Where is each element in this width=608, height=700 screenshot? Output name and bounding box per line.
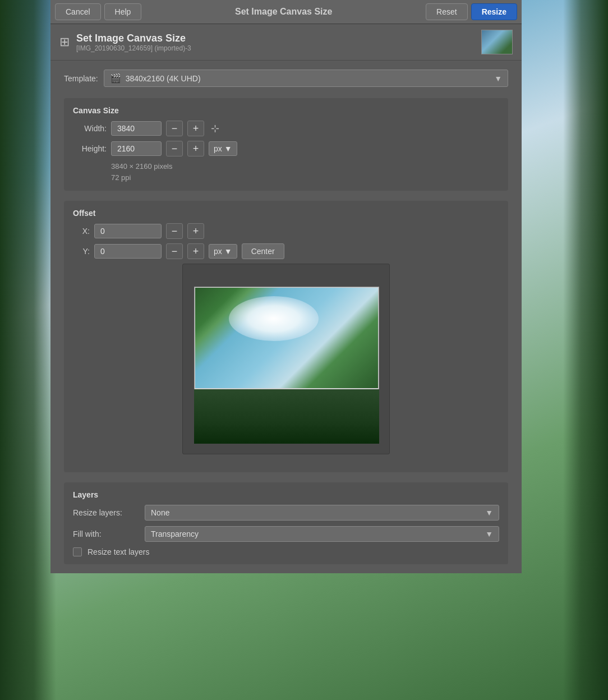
- resize-text-checkbox[interactable]: [73, 547, 82, 556]
- resize-layers-chevron-icon: ▼: [485, 508, 493, 517]
- x-offset-input[interactable]: [94, 224, 162, 238]
- canvas-ppi-info: 72 ppi: [111, 172, 499, 183]
- unit-chevron-icon: ▼: [224, 144, 232, 153]
- width-row: Width: − + ⊹: [73, 121, 499, 136]
- fill-with-select[interactable]: Transparency ▼: [145, 526, 499, 542]
- resize-layers-label: Resize layers:: [73, 508, 140, 517]
- header-text: Set Image Canvas Size [IMG_20190630_1246…: [76, 33, 191, 52]
- template-label: Template:: [64, 74, 98, 83]
- unit-select[interactable]: px ▼: [209, 141, 237, 156]
- x-decrease-button[interactable]: −: [166, 223, 183, 239]
- y-offset-row: Y: − + px ▼ Center: [73, 243, 499, 259]
- x-offset-row: X: − +: [73, 223, 499, 239]
- width-input[interactable]: [111, 121, 162, 136]
- height-label: Height:: [73, 144, 107, 153]
- y-decrease-button[interactable]: −: [166, 243, 183, 259]
- offset-unit-select[interactable]: px ▼: [209, 244, 237, 259]
- canvas-size-label: Canvas Size: [73, 106, 499, 115]
- height-decrease-button[interactable]: −: [166, 141, 183, 156]
- canvas-preview: [182, 264, 390, 454]
- offset-label: Offset: [73, 209, 499, 218]
- template-row: Template: 🎬 3840x2160 (4K UHD) ▼: [64, 70, 508, 87]
- y-offset-input[interactable]: [94, 244, 162, 259]
- layers-label: Layers: [73, 490, 499, 499]
- x-label: X:: [73, 227, 90, 236]
- dialog: Cancel Help Set Image Canvas Size Reset …: [50, 0, 522, 573]
- canvas-dimensions-info: 3840 × 2160 pixels: [111, 161, 499, 172]
- width-label: Width:: [73, 124, 107, 133]
- fill-with-label: Fill with:: [73, 529, 140, 538]
- fill-with-chevron-icon: ▼: [485, 529, 493, 538]
- resize-button[interactable]: Resize: [471, 3, 517, 20]
- thumbnail-preview: [481, 30, 513, 54]
- offset-unit-chevron-icon: ▼: [224, 247, 232, 256]
- height-row: Height: − + px ▼: [73, 141, 499, 156]
- aspect-ratio-lock-icon[interactable]: ⊹: [211, 122, 219, 135]
- template-select[interactable]: 🎬 3840x2160 (4K UHD) ▼: [104, 70, 508, 87]
- help-button[interactable]: Help: [104, 3, 142, 20]
- y-label: Y:: [73, 247, 90, 256]
- dialog-title: Set Image Canvas Size: [76, 33, 191, 44]
- film-icon: 🎬: [110, 73, 121, 84]
- resize-layers-row: Resize layers: None ▼: [73, 505, 499, 521]
- toolbar-title: Set Image Canvas Size: [145, 7, 422, 17]
- resize-layers-value: None: [151, 508, 169, 517]
- layers-section: Layers Resize layers: None ▼ Fill with: …: [64, 482, 508, 564]
- width-decrease-button[interactable]: −: [166, 121, 183, 136]
- canvas-size-icon: ⊞: [59, 35, 70, 49]
- offset-section: Offset X: − + Y: − + px ▼ Center: [64, 201, 508, 472]
- x-increase-button[interactable]: +: [187, 223, 204, 239]
- height-input[interactable]: [111, 141, 162, 156]
- y-increase-button[interactable]: +: [187, 243, 204, 259]
- fill-with-value: Transparency: [151, 529, 199, 538]
- resize-text-layers-row: Resize text layers: [73, 547, 499, 556]
- reset-button[interactable]: Reset: [426, 3, 468, 20]
- template-value: 3840x2160 (4K UHD): [126, 74, 201, 83]
- height-increase-button[interactable]: +: [187, 141, 204, 156]
- dialog-header: ⊞ Set Image Canvas Size [IMG_20190630_12…: [50, 24, 522, 61]
- preview-image-lower: [194, 389, 379, 444]
- dialog-subtitle: [IMG_20190630_124659] (imported)-3: [76, 44, 191, 52]
- cancel-button[interactable]: Cancel: [55, 3, 101, 20]
- unit-value: px: [214, 144, 222, 153]
- template-chevron-icon: ▼: [494, 74, 502, 83]
- toolbar: Cancel Help Set Image Canvas Size Reset …: [50, 0, 522, 24]
- dialog-body: Template: 🎬 3840x2160 (4K UHD) ▼ Canvas …: [50, 61, 522, 573]
- fill-with-row: Fill with: Transparency ▼: [73, 526, 499, 542]
- offset-unit-value: px: [214, 247, 222, 256]
- center-button[interactable]: Center: [242, 243, 284, 259]
- canvas-size-section: Canvas Size Width: − + ⊹ Height: − + px …: [64, 98, 508, 191]
- resize-layers-select[interactable]: None ▼: [145, 505, 499, 521]
- width-increase-button[interactable]: +: [187, 121, 204, 136]
- canvas-info: 3840 × 2160 pixels 72 ppi: [111, 161, 499, 183]
- resize-text-label: Resize text layers: [87, 547, 149, 556]
